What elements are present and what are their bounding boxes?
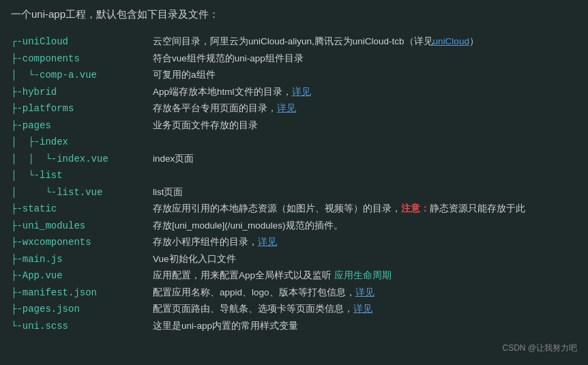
tree-desc: 业务页面文件存放的目录: [147, 117, 577, 134]
page-wrapper: 一个uni-app工程，默认包含如下目录及文件： ┌-uniCloud 云空间目…: [0, 0, 588, 365]
tree-path: │ └-list.vue: [11, 184, 147, 201]
tree-desc: 存放[uni_module](/uni_modules)规范的插件。: [147, 218, 577, 234]
tree-desc: 存放应用引用的本地静态资源（如图片、视频等）的目录，注意：静态资源只能存放于此: [147, 201, 577, 217]
tree-desc: 存放小程序组件的目录，详见: [147, 234, 577, 250]
tree-path: │ ├-index: [11, 134, 147, 151]
platforms-link[interactable]: 详见: [277, 103, 296, 113]
unicloud-link[interactable]: uniCloud: [433, 36, 469, 46]
tree-path: ├-uni_modules: [11, 218, 147, 235]
tree-row: ├-static 存放应用引用的本地静态资源（如图片、视频等）的目录，注意：静态…: [11, 201, 577, 218]
tree-row: │ └-comp-a.vue 可复用的a组件: [11, 67, 577, 84]
tree-path: │ └-list: [11, 167, 147, 184]
tree-path: └-uni.scss: [11, 318, 147, 335]
tree-row: ├-uni_modules 存放[uni_module](/uni_module…: [11, 218, 577, 235]
tree-path: ├-pages: [11, 117, 147, 134]
tree-row: │ │ └-index.vue index页面: [11, 151, 577, 168]
tree-row: ├-App.vue 应用配置，用来配置App全局样式以及监听 应用生命周期: [11, 267, 577, 284]
lifecycle-link[interactable]: 应用生命周期: [334, 270, 392, 280]
tree-row: ┌-uniCloud 云空间目录，阿里云为uniCloud-aliyun,腾讯云…: [11, 33, 577, 50]
tree-row: │ ├-index: [11, 134, 577, 151]
tree-desc: 符合vue组件规范的uni-app组件目录: [147, 50, 577, 67]
tree-path: ├-pages.json: [11, 301, 147, 318]
tree-desc: App端存放本地html文件的目录，详见: [147, 84, 577, 100]
tree-row: │ └-list.vue list页面: [11, 184, 577, 201]
tree-row: ├-main.js Vue初始化入口文件: [11, 251, 577, 268]
tree-row: ├-platforms 存放各平台专用页面的目录，详见: [11, 100, 577, 117]
tree-path: ├-hybrid: [11, 84, 147, 101]
tree-row: │ └-list: [11, 167, 577, 184]
tree-path: │ │ └-index.vue: [11, 151, 147, 168]
tree-row: ├-pages.json 配置页面路由、导航条、选项卡等页面类信息，详见: [11, 301, 577, 318]
pages-link[interactable]: 详见: [353, 304, 372, 314]
tree-path: ├-platforms: [11, 100, 147, 117]
tree-desc: Vue初始化入口文件: [147, 251, 577, 267]
tree-path: ├-static: [11, 201, 147, 218]
tree-desc: 这里是uni-app内置的常用样式变量: [147, 318, 577, 334]
hybrid-link[interactable]: 详见: [292, 87, 311, 97]
tree-path: ├-App.vue: [11, 267, 147, 284]
tree-desc: list页面: [147, 184, 577, 201]
tree-container: ┌-uniCloud 云空间目录，阿里云为uniCloud-aliyun,腾讯云…: [11, 33, 577, 334]
tree-path: ├-wxcomponents: [11, 234, 147, 251]
tree-row: └-uni.scss 这里是uni-app内置的常用样式变量: [11, 318, 577, 335]
tree-row: ├-wxcomponents 存放小程序组件的目录，详见: [11, 234, 577, 251]
manifest-link[interactable]: 详见: [355, 287, 374, 297]
tree-path: │ └-comp-a.vue: [11, 67, 147, 84]
tree-path: ├-components: [11, 50, 147, 68]
tree-path: ├-main.js: [11, 251, 147, 268]
notice-label: 注意：: [401, 203, 430, 214]
tree-desc: index页面: [147, 151, 577, 167]
tree-row: ├-hybrid App端存放本地html文件的目录，详见: [11, 84, 577, 101]
tree-desc: 配置页面路由、导航条、选项卡等页面类信息，详见: [147, 301, 577, 317]
tree-desc: 可复用的a组件: [147, 67, 577, 83]
watermark: CSDN @让我努力吧: [502, 342, 577, 354]
tree-path: ┌-uniCloud: [11, 33, 147, 50]
tree-row: ├-pages 业务页面文件存放的目录: [11, 117, 577, 134]
wxcomponents-link[interactable]: 详见: [258, 237, 277, 247]
tree-desc: 云空间目录，阿里云为uniCloud-aliyun,腾讯云为uniCloud-t…: [147, 33, 577, 50]
page-title: 一个uni-app工程，默认包含如下目录及文件：: [11, 8, 577, 21]
tree-row: ├-components 符合vue组件规范的uni-app组件目录: [11, 50, 577, 68]
tree-desc: 配置应用名称、appid、logo、版本等打包信息，详见: [147, 284, 577, 301]
tree-row: ├-manifest.json 配置应用名称、appid、logo、版本等打包信…: [11, 284, 577, 302]
tree-desc: 存放各平台专用页面的目录，详见: [147, 100, 577, 117]
tree-desc: 应用配置，用来配置App全局样式以及监听 应用生命周期: [147, 267, 577, 284]
tree-path: ├-manifest.json: [11, 284, 147, 302]
